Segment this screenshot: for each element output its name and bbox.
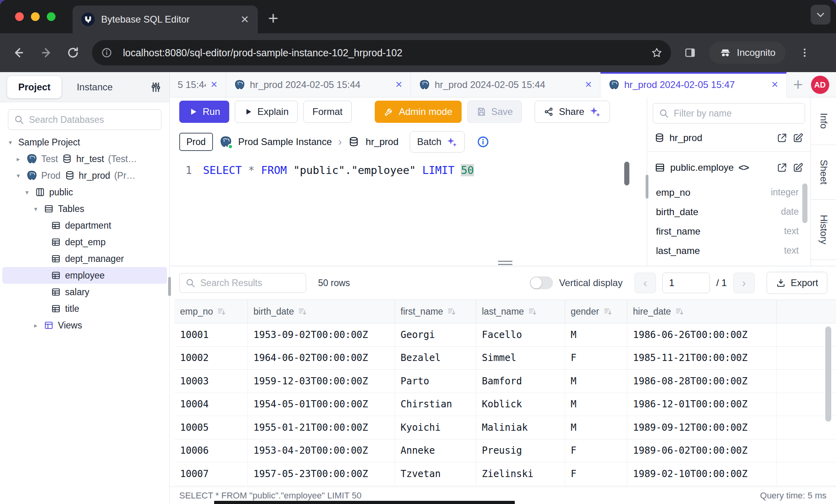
tree-database-hr-prod[interactable]: ▾ Prod hr_prod (Pr…	[2, 167, 167, 184]
reload-button[interactable]	[65, 45, 81, 61]
table-cell[interactable]: 1964-06-02T00:00:00Z	[248, 347, 395, 370]
sidebar-resize-handle[interactable]	[168, 277, 171, 296]
tree-tables-group[interactable]: ▾ Tables	[2, 200, 167, 217]
prev-page-button[interactable]: ‹	[635, 273, 656, 293]
table-cell[interactable]: 1989-02-10T00:00:00Z	[627, 462, 777, 485]
table-cell[interactable]: Simmel	[476, 347, 565, 370]
browser-menu-button[interactable]	[797, 45, 813, 61]
page-number-input[interactable]: 1	[662, 273, 710, 293]
table-cell[interactable]: M	[565, 323, 627, 346]
forward-button[interactable]	[38, 45, 54, 61]
tree-table-salary[interactable]: salary	[2, 284, 167, 300]
table-cell[interactable]: 1955-01-21T00:00:00Z	[248, 416, 395, 439]
current-database-name[interactable]: hr_prod	[366, 136, 399, 147]
table-cell[interactable]: Bamford	[476, 370, 565, 393]
next-page-button[interactable]: ›	[733, 273, 755, 293]
side-panel-button[interactable]	[682, 45, 698, 61]
site-info-icon[interactable]	[98, 44, 116, 62]
column-header-hire_date[interactable]: hire_date	[627, 300, 777, 323]
worksheet-tab[interactable]: hr_prod 2024-02-05 15:47✕	[600, 72, 787, 97]
column-row[interactable]: birth_datedate	[656, 202, 799, 221]
format-button[interactable]: Format	[303, 101, 352, 123]
column-header-gender[interactable]: gender	[565, 300, 627, 323]
browser-tab[interactable]: Bytebase SQL Editor ✕	[73, 6, 258, 33]
explain-button[interactable]: Explain	[235, 101, 298, 123]
tree-schema-public[interactable]: ▾ public	[2, 184, 167, 200]
rail-tab-history[interactable]: History	[811, 200, 836, 260]
zoom-window-button[interactable]	[47, 12, 56, 21]
table-cell[interactable]: Parto	[395, 370, 476, 393]
panel-resize-handle[interactable]	[646, 175, 648, 199]
table-cell[interactable]: 10003	[174, 370, 248, 393]
edit-button[interactable]	[792, 162, 803, 173]
bookmark-star-button[interactable]	[649, 45, 665, 61]
column-header-first_name[interactable]: first_name	[395, 300, 476, 323]
table-cell[interactable]: M	[565, 370, 627, 393]
table-row[interactable]: 100061953-04-20T00:00:00ZAnnekePreusigF1…	[174, 439, 836, 463]
code-icon[interactable]: <>	[738, 162, 749, 173]
tree-table-department[interactable]: department	[2, 217, 167, 234]
tab-project[interactable]: Project	[7, 76, 61, 98]
table-cell[interactable]: Kyoichi	[395, 416, 476, 439]
column-header-last_name[interactable]: last_name	[476, 300, 565, 323]
table-cell[interactable]: 1986-08-28T00:00:00Z	[627, 370, 777, 393]
worksheet-tab[interactable]: 5 15:44✕	[170, 72, 226, 97]
table-cell[interactable]: Chirstian	[395, 393, 476, 416]
table-cell[interactable]: 1989-06-02T00:00:00Z	[627, 439, 777, 462]
table-cell[interactable]: Maliniak	[476, 416, 565, 439]
table-cell[interactable]: 10002	[174, 347, 248, 370]
split-drag-handle[interactable]	[498, 261, 512, 265]
url-text[interactable]: localhost:8080/sql-editor/prod-sample-in…	[123, 47, 642, 59]
table-cell[interactable]: 10007	[174, 462, 248, 485]
sort-icon[interactable]	[447, 307, 456, 316]
close-tab-icon[interactable]: ✕	[585, 80, 592, 90]
column-row[interactable]: first_nametext	[656, 221, 799, 241]
batch-button[interactable]: Batch	[410, 131, 465, 153]
export-button[interactable]: Export	[767, 272, 827, 294]
table-row[interactable]: 100031959-12-03T00:00:00ZPartoBamfordM19…	[174, 370, 836, 393]
new-worksheet-button[interactable]: +	[787, 72, 809, 97]
caret-down-icon[interactable]: ▾	[23, 189, 31, 196]
column-list-scrollbar[interactable]	[802, 183, 807, 223]
sort-icon[interactable]	[675, 307, 685, 316]
caret-right-icon[interactable]: ▸	[14, 155, 22, 163]
table-cell[interactable]: 1985-11-21T00:00:00Z	[627, 347, 777, 370]
filter-by-name-input[interactable]: Filter by name	[653, 103, 805, 124]
table-cell[interactable]: M	[565, 393, 627, 416]
address-bar[interactable]: localhost:8080/sql-editor/prod-sample-in…	[92, 40, 671, 65]
run-button[interactable]: Run	[179, 101, 229, 123]
sort-icon[interactable]	[217, 307, 226, 316]
search-databases-input[interactable]: Search Databases	[8, 109, 161, 130]
worksheet-tab[interactable]: hr_prod 2024-02-05 15:44✕	[226, 72, 411, 97]
table-cell[interactable]: Tzvetan	[395, 462, 476, 485]
tree-table-title[interactable]: title	[2, 300, 167, 317]
tree-project[interactable]: ▾ Sample Project	[2, 134, 167, 151]
table-cell[interactable]: 1989-09-12T00:00:00Z	[627, 416, 777, 439]
search-results-input[interactable]: Search Results	[179, 273, 306, 293]
tree-table-employee[interactable]: employee	[2, 267, 167, 284]
column-header-birth_date[interactable]: birth_date	[248, 300, 395, 323]
column-header-emp_no[interactable]: emp_no	[174, 300, 248, 323]
table-cell[interactable]: 1986-12-01T00:00:00Z	[627, 393, 777, 416]
table-cell[interactable]: F	[565, 462, 627, 485]
table-cell[interactable]: 10001	[174, 323, 248, 346]
open-external-button[interactable]	[777, 162, 788, 173]
new-tab-button[interactable]: +	[268, 10, 278, 27]
table-row[interactable]: 100071957-05-23T00:00:00ZTzvetanZielinsk…	[174, 462, 836, 486]
rail-tab-info[interactable]: Info	[811, 97, 836, 145]
table-cell[interactable]: 1986-06-26T00:00:00Z	[627, 323, 777, 346]
table-cell[interactable]: 10006	[174, 439, 248, 462]
table-scrollbar[interactable]	[825, 326, 831, 422]
vertical-display-toggle[interactable]	[530, 277, 553, 289]
connection-info-button[interactable]	[477, 136, 489, 148]
edit-button[interactable]	[792, 132, 803, 143]
open-external-button[interactable]	[777, 132, 788, 143]
column-row[interactable]: emp_nointeger	[656, 183, 799, 202]
table-cell[interactable]: Facello	[476, 323, 565, 346]
table-cell[interactable]: 10004	[174, 393, 248, 416]
minimize-window-button[interactable]	[31, 12, 40, 21]
caret-down-icon[interactable]: ▾	[14, 172, 22, 179]
close-tab-icon[interactable]: ✕	[211, 80, 218, 90]
sql-editor[interactable]: 1 SELECT * FROM "public"."employee" LIMI…	[170, 158, 647, 266]
table-cell[interactable]: Preusig	[476, 439, 565, 462]
